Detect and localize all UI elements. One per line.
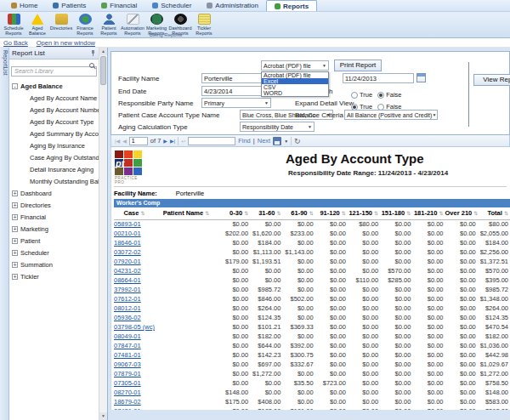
case-link[interactable]: 08049-01 [114, 332, 141, 340]
expand-icon[interactable]: + [12, 250, 18, 256]
case-link[interactable]: 08664-01 [114, 276, 141, 284]
sidebar-scrollbar[interactable]: ▲ ▼ [99, 48, 107, 420]
tree-leaf-detail-insurance-aging[interactable]: Detail Insurance Aging [12, 163, 99, 175]
expand-icon[interactable]: + [12, 274, 18, 280]
open-new-window-link[interactable]: Open in new window [37, 39, 95, 47]
tree-leaf-aged-summary-by-account-typ[interactable]: Aged Summary By Account Typ [12, 128, 99, 139]
false-radio[interactable] [377, 92, 384, 99]
scroll-down-icon[interactable]: ▼ [99, 412, 107, 420]
aged-balance-button[interactable]: Aged Balance [26, 13, 49, 36]
column-header-patient-name[interactable]: Patient Name ⇅ [156, 207, 218, 219]
expand-icon[interactable]: + [12, 226, 18, 232]
case-link[interactable]: 07847-01 [114, 342, 141, 349]
case-link[interactable]: 05893-01 [114, 220, 141, 228]
tree-node-summation[interactable]: +Summation [12, 258, 99, 270]
case-link[interactable]: 00210-01 [114, 230, 141, 237]
tab-patients[interactable]: Patients [45, 0, 94, 11]
sidebar-vertical-tab[interactable]: ReportList [0, 48, 9, 420]
column-header-151-180[interactable]: 151-180 ⇅ [380, 207, 412, 219]
tab-home[interactable]: Home [3, 0, 45, 11]
last-page-icon[interactable]: ▶| [170, 138, 175, 144]
print-report-button[interactable]: Print Report [334, 60, 382, 71]
export-option-word[interactable]: WORD [262, 90, 328, 96]
search-icon[interactable] [89, 63, 94, 68]
tab-financial[interactable]: Financial [94, 0, 144, 11]
case-link[interactable]: 09067-03 [114, 360, 141, 368]
expand-icon[interactable]: + [12, 214, 18, 220]
export-option-excel[interactable]: Excel [262, 78, 328, 84]
case-link[interactable]: 03072-02 [114, 248, 141, 256]
finance-reports-button[interactable]: Finance Reports [73, 13, 97, 36]
expand-icon[interactable]: + [12, 190, 18, 196]
export-icon[interactable] [273, 137, 281, 145]
aging-calc-select[interactable]: Responsibility Date▼ [240, 122, 314, 132]
tree-leaf-case-aging-by-outstanding-day[interactable]: Case Aging By Outstanding Day [12, 151, 99, 163]
expand-icon[interactable]: + [12, 262, 18, 268]
case-link[interactable]: 07879-01 [114, 370, 141, 377]
prev-page-icon[interactable]: ◀ [122, 138, 127, 144]
tab-scheduler[interactable]: Scheduler [144, 0, 199, 11]
go-back-link[interactable]: Go Back [3, 39, 28, 47]
next-link[interactable]: Next [258, 137, 270, 145]
column-header-61-90[interactable]: 61-90 ⇅ [282, 207, 314, 219]
refresh-icon[interactable]: ↻ [294, 137, 301, 145]
case-link[interactable]: 07421-01 [114, 407, 141, 410]
tree-leaf-aging-by-insurance[interactable]: Aging By Insurance [12, 139, 99, 151]
find-text-input[interactable] [188, 137, 235, 145]
column-header-case[interactable]: Case ⇅ [114, 207, 156, 219]
case-link[interactable]: 37992-01 [114, 286, 141, 293]
tree-node-directories[interactable]: +Directories [12, 199, 99, 211]
first-page-icon[interactable]: |◀ [115, 138, 120, 144]
column-header-0-30[interactable]: 0-30 ⇅ [218, 207, 250, 219]
tab-administration[interactable]: Administration [199, 0, 266, 11]
directories-button[interactable]: Directories [49, 13, 73, 31]
calendar-icon[interactable] [416, 73, 426, 82]
case-link[interactable]: 08012-01 [114, 304, 141, 312]
tree-node-patient[interactable]: +Patient [12, 235, 99, 247]
column-header-over-210[interactable]: Over 210 ⇅ [445, 207, 478, 219]
column-header-total[interactable]: Total ⇅ [478, 207, 510, 219]
tree-leaf-monthly-outstanding-balance-a[interactable]: Monthly Outstanding Balance A [12, 175, 99, 187]
next-page-icon[interactable]: ▶ [163, 138, 167, 144]
tree-leaf-aged-by-account-number[interactable]: Aged By Account Number [12, 104, 99, 116]
search-input[interactable] [11, 66, 97, 77]
true-radio[interactable] [351, 92, 358, 99]
balance-criteria-select[interactable]: All Balance (Positive and Credit)▼ [344, 110, 438, 120]
tree-node-dashboard[interactable]: +Dashboard [12, 187, 99, 199]
tree-node-financial[interactable]: +Financial [12, 211, 99, 223]
back-to-parent-icon[interactable]: ↩ [181, 138, 185, 144]
column-header-181-210[interactable]: 181-210 ⇅ [412, 207, 445, 219]
export-caret-icon[interactable]: ▼ [284, 139, 288, 144]
tree-leaf-aged-by-account-name[interactable]: Aged By Account Name [12, 92, 99, 104]
export-option-csv[interactable]: CSV [262, 84, 328, 90]
case-link[interactable]: 07920-01 [114, 258, 141, 265]
column-header-31-60[interactable]: 31-60 ⇅ [250, 207, 282, 219]
column-header-91-120[interactable]: 91-120 ⇅ [315, 207, 348, 219]
tree-node-scheduler[interactable]: +Scheduler [12, 247, 99, 258]
case-link[interactable]: 07481-01 [114, 351, 141, 359]
tab-reports[interactable]: Reports [266, 0, 317, 11]
responsible-party-select[interactable]: Primary▼ [201, 98, 271, 108]
scroll-thumb[interactable] [100, 56, 106, 85]
start-date-input[interactable] [343, 73, 414, 83]
pin-icon[interactable] [90, 50, 96, 56]
expand-icon[interactable]: + [12, 202, 18, 208]
case-link[interactable]: 07612-01 [114, 295, 141, 303]
case-link[interactable]: 18679-02 [114, 398, 141, 406]
schedule-reports-button[interactable]: Schedule Reports [2, 13, 26, 36]
page-number-input[interactable] [129, 137, 148, 145]
tree-node-marketing[interactable]: +Marketing [12, 223, 99, 235]
export-format-select[interactable]: Acrobat (PDF) file▼ [261, 60, 329, 71]
export-option-acrobat-pdf-file[interactable]: Acrobat (PDF) file [262, 72, 328, 78]
view-report-button[interactable]: View Report [473, 74, 510, 86]
case-link[interactable]: 18646-01 [114, 239, 141, 247]
case-link[interactable]: 03798-05 (wc) [114, 323, 155, 331]
find-link[interactable]: Find [238, 137, 251, 145]
case-link[interactable]: 08270-01 [114, 389, 141, 396]
case-link[interactable]: 05936-02 [114, 314, 141, 321]
tree-leaf-aged-by-account-type[interactable]: Aged By Account Type [12, 116, 99, 128]
tree-node-tickler[interactable]: +Tickler [12, 270, 99, 282]
expand-icon[interactable]: + [12, 238, 18, 244]
case-link[interactable]: 04231-02 [114, 267, 141, 275]
collapse-icon[interactable]: - [12, 83, 18, 89]
